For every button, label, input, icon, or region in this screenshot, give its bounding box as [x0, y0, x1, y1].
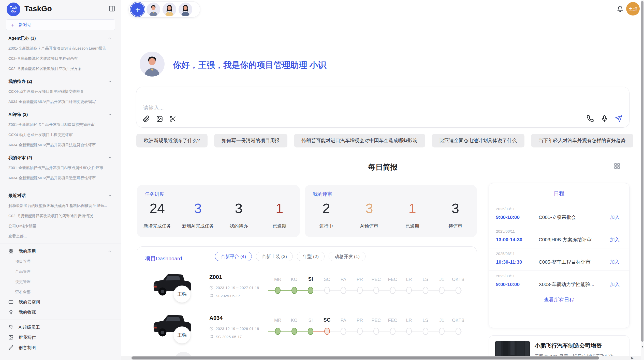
sidebar-task-item[interactable]: A034-全新新能源MUV产品开发项目造型可行性评审 — [0, 173, 121, 183]
chevron-up-icon[interactable] — [108, 193, 112, 198]
scroll-right-arrow-icon[interactable]: ▶ — [631, 356, 634, 359]
flag-icon — [209, 294, 213, 298]
dashboard-filter-chip[interactable]: 全新上装 (3) — [256, 252, 293, 261]
stat-value: 24 — [137, 201, 178, 216]
vertical-scrollbar: ▼ — [641, 0, 644, 360]
schedule-row: 9:00-10:00X003-车辆动力学性能验...加入 — [496, 281, 620, 288]
chevron-up-icon[interactable] — [108, 112, 112, 117]
sidebar-tool-item[interactable]: 创意制图 — [0, 342, 121, 353]
schedule-card: 日程 2025/03/119:00-10:00C001-立项审批会加入2025/… — [489, 183, 630, 328]
agent-avatar-1[interactable] — [147, 3, 160, 16]
suggestion-chip[interactable]: 欧洲新规最近颁布了什么? — [136, 134, 208, 147]
sidebar-item-my-apps[interactable]: 我的应用 — [0, 246, 121, 256]
chevron-up-icon[interactable] — [108, 249, 112, 253]
paperclip-icon[interactable] — [143, 115, 150, 122]
notification-bell-icon[interactable] — [617, 6, 624, 13]
agent-avatar-2[interactable] — [163, 3, 176, 16]
chat-input[interactable]: 请输入... — [136, 87, 630, 128]
app-subitem[interactable]: 产品管理 — [0, 266, 121, 277]
recent-chat-item[interactable]: C02-飞腾新能源轻客改款项目的闭环通告反馈情况 — [0, 211, 121, 221]
stat-label: AI预评审 — [348, 223, 391, 229]
project-dashboard-card: 项目Dashboard 全新平台 (4)全新上装 (3)年型 (2)动总开发 (… — [137, 246, 477, 360]
horizontal-scrollbar-thumb[interactable] — [131, 356, 599, 359]
dashboard-filter-chip[interactable]: 年型 (2) — [297, 252, 325, 261]
join-button[interactable]: 加入 — [610, 281, 620, 288]
stat-value: 2 — [305, 201, 348, 216]
recent-chat-item[interactable]: 查看全部... — [0, 231, 121, 241]
new-chat-button[interactable]: ＋ 新对话 — [6, 19, 115, 30]
sidebar-task-item[interactable]: C02-飞腾新能源轻客改款项目里程碑画布 — [0, 53, 121, 64]
sidebar-item-award[interactable]: 我的收藏 — [0, 307, 121, 317]
join-button[interactable]: 加入 — [610, 259, 620, 265]
user-avatar[interactable]: 王强 — [626, 2, 640, 16]
suggestion-chip[interactable]: 特朗普可能对进口汽车增税会对中国车企造成哪些影响 — [294, 134, 425, 147]
milestone-label: SI — [308, 318, 313, 323]
join-button[interactable]: 加入 — [610, 214, 620, 221]
briefing-title: 每日简报 — [136, 162, 630, 172]
sidebar-item-folder[interactable]: 我的云空间 — [0, 297, 121, 307]
scissors-icon[interactable] — [169, 115, 176, 122]
dashboard-filter-chip[interactable]: 全新平台 (4) — [215, 252, 252, 261]
sidebar-tool-item[interactable]: 帮我写作 — [0, 332, 121, 342]
stat-card-title: 我的评审 — [313, 191, 332, 198]
recent-chat-item[interactable]: 解释最新出台的欧盟报废车法规再生塑料比例被调至15%... — [0, 201, 121, 211]
dashboard-filter-chip[interactable]: 动总开发 (1) — [329, 252, 365, 261]
logo-line-1: Task — [10, 6, 17, 9]
sidebar-section-recent[interactable]: 最近对话 — [0, 190, 121, 201]
chevron-up-icon[interactable] — [108, 36, 112, 40]
schedule-item: 2025/03/119:00-10:00C001-立项审批会加入 — [489, 204, 629, 226]
project-code: Z001 — [209, 274, 222, 280]
milestone-label: MR — [274, 277, 281, 282]
milestone-dot — [308, 328, 313, 335]
schedule-name: C005-整车工程目标评审 — [539, 259, 610, 265]
stat-column: 3待评审 — [434, 201, 477, 229]
milestone-dot — [456, 287, 461, 294]
image-icon[interactable] — [156, 115, 163, 122]
agent-switcher: ＋ — [128, 1, 200, 18]
stat-column: 24新增完成任务 — [137, 201, 178, 229]
sidebar-section-0[interactable]: Agent已办 (3) — [0, 33, 121, 43]
add-agent-button[interactable]: ＋ — [131, 3, 144, 16]
sidebar-task-item[interactable]: C0X4-动力总成开发项目工程变更评审 — [0, 130, 121, 140]
milestone-dot — [291, 287, 297, 294]
sidebar-task-item[interactable]: Z001-全新燃油轻卡产品开发项目SI节点属性5D文件评审 — [0, 163, 121, 173]
suggestion-chip[interactable]: 比亚迪全固态电池计划具体说了什么 — [432, 134, 524, 147]
sidebar-collapse-icon[interactable] — [109, 5, 115, 11]
sidebar-tool-item[interactable]: AI超级员工 — [0, 322, 121, 332]
greeting-text: 你好，王强，我是你的项目管理助理 小识 — [173, 59, 326, 71]
send-icon[interactable] — [615, 115, 622, 122]
main-area: ＋ 王强 你好，王强，我是你的项目管理助理 小识 请输入... 欧洲新规最近颁布… — [121, 0, 644, 360]
app-subitem[interactable]: 项目管理 — [0, 256, 121, 266]
chevron-up-icon[interactable] — [108, 155, 112, 160]
new-chat-label: 新对话 — [19, 22, 32, 28]
sidebar-section-3[interactable]: 我的评审 (2) — [0, 153, 121, 163]
milestone-dot — [373, 328, 379, 335]
scroll-down-arrow-icon[interactable]: ▼ — [641, 345, 644, 348]
phone-icon[interactable] — [587, 115, 594, 122]
sidebar-task-item[interactable]: C0X4-动力总成开发项目SI里程碑提交物检查 — [0, 86, 121, 97]
sidebar-task-item[interactable]: C02-飞腾新能源轻客改款项目立项汇报方案 — [0, 64, 121, 74]
sidebar-task-item[interactable]: Z001-全新燃油轻卡产品开发项目SI造型提交物评审 — [0, 119, 121, 130]
suggestion-chip[interactable]: 当下年轻人对汽车外观有怎样的喜好趋势 — [531, 134, 633, 147]
sidebar-task-item[interactable]: A034-全新新能源MUV产品开发项目计划变更表编写 — [0, 97, 121, 107]
sidebar-section-1[interactable]: 我的待办 (2) — [0, 76, 121, 86]
agent-avatar-3[interactable] — [179, 3, 192, 16]
app-subitem[interactable]: 查看全部... — [0, 287, 121, 297]
microphone-icon[interactable] — [601, 115, 608, 122]
sidebar-task-item[interactable]: Z001-全新燃油皮卡产品开发项目SI节点Lesson Learn报告 — [0, 43, 121, 53]
recent-chat-item[interactable]: 公司Q3轻卡销量 — [0, 221, 121, 231]
milestone-dot — [341, 328, 346, 335]
chevron-up-icon[interactable] — [108, 79, 112, 84]
briefing-layout-icon[interactable] — [614, 163, 621, 170]
sidebar-task-item[interactable]: A034-全新新能源MUV产品开发项目法规符合性评审 — [0, 140, 121, 150]
plus-icon: ＋ — [10, 22, 15, 27]
sidebar-section-2[interactable]: AI评审 (3) — [0, 109, 121, 119]
join-button[interactable]: 加入 — [610, 236, 620, 243]
app-subitem[interactable]: 变更管理 — [0, 277, 121, 287]
view-all-schedule-link[interactable]: 查看所有日程 — [489, 296, 629, 303]
stat-column: 1已逾期 — [391, 201, 434, 229]
apps-grid-icon — [8, 249, 13, 254]
vertical-scrollbar-thumb[interactable] — [641, 1, 643, 342]
suggestion-chip[interactable]: 如何写一份清晰的项目周报 — [214, 134, 287, 147]
schedule-time: 10:30-11:30 — [496, 259, 539, 265]
